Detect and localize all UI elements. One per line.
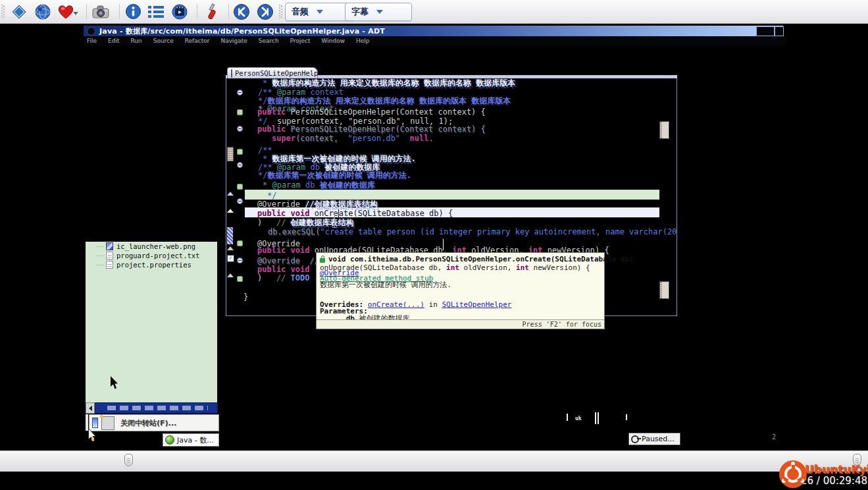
- code-segment: */: [258, 171, 267, 180]
- fold-collapse-icon[interactable]: [237, 258, 243, 263]
- code-line: * @param db 被创建的数据库: [263, 181, 375, 190]
- toolbar-drag-handle[interactable]: [1, 5, 5, 18]
- code-segment: ate(SQLiteDatabase db) {: [339, 209, 453, 218]
- fold-expand-icon[interactable]: [237, 184, 243, 190]
- tooltip-line: onUpgrade(SQLiteDatabase db, int oldVers…: [320, 263, 590, 272]
- menu-refactor[interactable]: Refactor: [185, 38, 210, 44]
- code-segment: //创建数据库表结构: [300, 200, 378, 209]
- globe-icon[interactable]: [33, 2, 53, 21]
- code-segment: super: [272, 134, 295, 143]
- overview-ruler-mark[interactable]: [659, 281, 669, 299]
- editor-tab[interactable]: PersonSQLiteOpenHelp ✕: [227, 67, 318, 78]
- paused-label: Paused...: [642, 435, 675, 443]
- code-segment: public void: [257, 265, 309, 274]
- next-icon-svg: [257, 3, 274, 20]
- playlist-icon-svg: [147, 5, 165, 19]
- file-label: proguard-project.txt: [116, 252, 199, 259]
- screenshot-camera-icon[interactable]: [91, 2, 111, 21]
- code-segment: /**: [258, 146, 272, 155]
- menu-navigate[interactable]: Navigate: [220, 38, 247, 44]
- book-icon[interactable]: [9, 2, 29, 21]
- toolbar-separator: [86, 4, 87, 19]
- fold-collapse-icon[interactable]: [237, 90, 243, 95]
- code-segment: null: [410, 134, 429, 143]
- fold-expand-icon[interactable]: [237, 276, 243, 282]
- code-line: * 数据库的构造方法 用来定义数据库的名称 数据库的名称 数据库版本: [263, 79, 515, 88]
- tab-close-icon[interactable]: ✕: [318, 70, 322, 77]
- editor-annotation-gutter: ✓: [226, 78, 234, 315]
- fold-column: [235, 78, 245, 315]
- context-menu-item[interactable]: 关闭中转站(F)...: [89, 414, 219, 431]
- video-properties-icon[interactable]: [170, 2, 190, 21]
- playlist-icon[interactable]: [146, 2, 166, 21]
- fold-collapse-icon[interactable]: [237, 162, 243, 168]
- selected-context-item[interactable]: [95, 402, 218, 414]
- eclipse-orb-icon: [165, 435, 174, 445]
- fold-collapse-icon[interactable]: [237, 126, 243, 132]
- menu-project[interactable]: Project: [290, 38, 311, 44]
- taskbar-button-eclipse[interactable]: Java - 数...: [163, 433, 219, 447]
- code-segment: "create table person (id integer primary…: [320, 227, 677, 236]
- code-segment: @param: [277, 88, 305, 97]
- menu-edit[interactable]: Edit: [108, 38, 119, 44]
- window-close-button[interactable]: [775, 26, 784, 36]
- fold-expand-icon[interactable]: [237, 149, 243, 155]
- camera-icon-svg: [91, 3, 110, 20]
- code-segment: * @param: [263, 180, 301, 190]
- video-artifact: [598, 412, 599, 424]
- ibeam-cursor-icon: [332, 212, 338, 228]
- fold-collapse-icon[interactable]: [237, 198, 243, 204]
- fold-expand-icon[interactable]: [237, 240, 243, 246]
- globe-icon-svg: [34, 3, 51, 20]
- menu-help[interactable]: Help: [356, 38, 370, 44]
- menu-run[interactable]: Run: [131, 38, 142, 44]
- file-tree: ic_launcher-web.pngproguard-project.txtp…: [86, 242, 217, 269]
- menu-bar: FileEditRunSourceRefactorNavigateSearchP…: [84, 36, 786, 45]
- task-check-icon: ✓: [227, 255, 234, 262]
- window-icon: [87, 27, 95, 36]
- window-maximize-button[interactable]: [756, 26, 775, 36]
- lock-icon: [320, 258, 325, 263]
- menu-source[interactable]: Source: [153, 38, 174, 44]
- taskbar-button-label: Java - 数...: [177, 435, 214, 445]
- tree-item-ic_launcher-web.png[interactable]: ic_launcher-web.png: [86, 242, 217, 251]
- tooltip-link[interactable]: onCreate(...): [368, 300, 424, 309]
- file-label: project.properties: [116, 261, 191, 269]
- fold-expand-icon[interactable]: [237, 109, 243, 115]
- package-explorer-panel[interactable]: ic_launcher-web.pngproguard-project.txtp…: [86, 242, 217, 402]
- text-file-icon: [106, 252, 113, 259]
- triangle-left-icon: [89, 406, 92, 411]
- info-icon[interactable]: [123, 2, 143, 21]
- tree-item-proguard-project.txt[interactable]: proguard-project.txt: [86, 251, 217, 260]
- tooltip-text: in: [424, 300, 442, 309]
- audio-dropdown-label: 音频: [292, 6, 309, 18]
- subtitle-dropdown-button[interactable]: 字幕: [345, 3, 412, 21]
- java-file-icon: [231, 69, 232, 78]
- tooltip-link[interactable]: SQLiteOpenHelper: [442, 300, 511, 309]
- menu-file[interactable]: File: [87, 38, 97, 44]
- previous-chapter-icon[interactable]: [232, 2, 251, 21]
- favorites-dropdown-arrow[interactable]: [73, 12, 78, 15]
- marker-arrow-icon: [227, 192, 234, 196]
- subtitle-dropdown-label: 字幕: [351, 6, 369, 18]
- tools-screwdriver-icon[interactable]: [202, 2, 222, 21]
- tooltip-text: int: [446, 263, 459, 272]
- seek-slider-thumb[interactable]: [124, 454, 133, 466]
- tab-label: PersonSQLiteOpenHelp: [235, 69, 318, 77]
- menu-item-icon: [101, 416, 115, 430]
- video-artifact-glyph: 2: [772, 433, 776, 441]
- ide-title-bar[interactable]: Java - 数据库/src/com/itheima/db/PersonSQLi…: [84, 26, 783, 36]
- menu-window[interactable]: Window: [322, 38, 345, 44]
- code-segment: *: [263, 154, 272, 163]
- menu-search[interactable]: Search: [259, 38, 279, 44]
- book-icon-svg: [11, 4, 27, 20]
- tree-item-project.properties[interactable]: project.properties: [86, 260, 217, 269]
- scroll-left-button[interactable]: [86, 402, 95, 414]
- overview-ruler-mark[interactable]: [659, 121, 669, 139]
- code-segment: @Override //: [257, 256, 324, 265]
- toolbar-drag-handle[interactable]: [279, 5, 282, 18]
- explorer-hscrollbar[interactable]: [86, 402, 218, 414]
- code-line: db.execSQL("create table person (id inte…: [268, 228, 677, 236]
- code-segment: (context,: [295, 134, 347, 143]
- next-chapter-icon[interactable]: [255, 2, 275, 21]
